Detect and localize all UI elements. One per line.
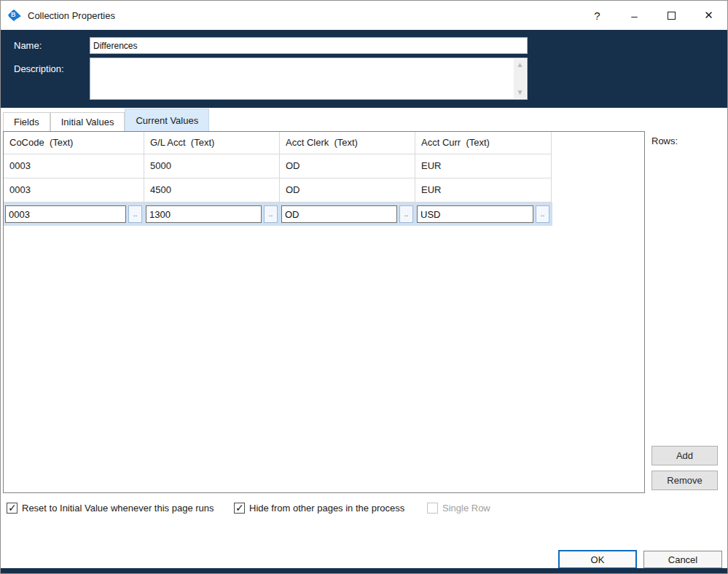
- table-cell[interactable]: EUR: [415, 154, 552, 178]
- tab-fields[interactable]: Fields: [3, 112, 50, 131]
- column-header[interactable]: G/L Acct (Text): [144, 132, 280, 154]
- table-cell[interactable]: 0003: [4, 154, 144, 178]
- column-header[interactable]: Acct Clerk (Text): [280, 132, 415, 154]
- browse-button[interactable]: ..: [264, 205, 278, 223]
- app-logo-icon: B: [9, 9, 21, 22]
- option-reset-to-initial[interactable]: Reset to Initial Value whenever this pag…: [7, 503, 214, 514]
- cancel-button[interactable]: Cancel: [643, 551, 722, 568]
- tab-current-values[interactable]: Current Values: [125, 109, 209, 131]
- option-single-row: Single Row: [427, 503, 490, 514]
- edit-cell-input[interactable]: [417, 205, 533, 223]
- collection-properties-dialog: B Collection Properties ? – ✕ Name: Desc…: [0, 0, 728, 574]
- table-cell[interactable]: 4500: [144, 178, 280, 203]
- rows-label: Rows:: [651, 135, 678, 146]
- browse-button[interactable]: ..: [399, 205, 413, 223]
- edit-cell: ..: [4, 203, 144, 226]
- remove-button[interactable]: Remove: [651, 471, 718, 490]
- option-hide-from-other[interactable]: Hide from other pages in the process: [234, 503, 404, 514]
- scroll-up-icon[interactable]: ▲: [517, 59, 524, 71]
- bottom-accent-strip: [1, 568, 727, 574]
- table-cell[interactable]: OD: [280, 154, 415, 178]
- description-scrollbar[interactable]: ▲ ▼: [514, 59, 526, 98]
- properties-header: Name: Description: ▲ ▼: [1, 30, 727, 108]
- table-edit-row: ........: [4, 203, 552, 226]
- checkbox-icon: [427, 503, 438, 514]
- description-input[interactable]: ▲ ▼: [90, 58, 528, 100]
- checkbox-icon[interactable]: [7, 503, 17, 514]
- browse-button[interactable]: ..: [128, 205, 142, 223]
- ok-button[interactable]: OK: [558, 550, 637, 569]
- values-table: CoCode (Text)G/L Acct (Text)Acct Clerk (…: [3, 131, 645, 493]
- column-header[interactable]: CoCode (Text): [4, 132, 144, 154]
- add-button[interactable]: Add: [651, 446, 718, 465]
- checkbox-icon[interactable]: [234, 503, 245, 514]
- table-row[interactable]: 00035000ODEUR: [4, 154, 644, 178]
- table-header-row: CoCode (Text)G/L Acct (Text)Acct Clerk (…: [4, 132, 644, 154]
- close-icon[interactable]: ✕: [690, 1, 727, 30]
- edit-cell: ..: [415, 203, 552, 226]
- table-cell[interactable]: OD: [280, 178, 415, 203]
- browse-button[interactable]: ..: [536, 205, 549, 223]
- checkbox-label: Hide from other pages in the process: [249, 503, 404, 514]
- table-cell[interactable]: 0003: [4, 178, 144, 203]
- help-icon[interactable]: ?: [579, 1, 616, 30]
- options-row: Reset to Initial Value whenever this pag…: [1, 503, 727, 517]
- window-title: Collection Properties: [28, 10, 115, 21]
- title-bar: B Collection Properties ? – ✕: [1, 1, 727, 30]
- edit-cell-input[interactable]: [5, 205, 126, 223]
- table-row[interactable]: 00034500ODEUR: [4, 178, 644, 203]
- description-label: Description:: [14, 63, 64, 74]
- maximize-icon[interactable]: [653, 1, 690, 30]
- tab-strip: FieldsInitial ValuesCurrent Values: [1, 108, 727, 131]
- column-header-filler: [552, 132, 644, 154]
- edit-cell: ..: [144, 203, 280, 226]
- checkbox-label: Single Row: [442, 503, 490, 514]
- checkbox-label: Reset to Initial Value whenever this pag…: [22, 503, 214, 514]
- name-input[interactable]: [90, 37, 528, 54]
- edit-cell-input[interactable]: [281, 205, 397, 223]
- column-header[interactable]: Acct Curr (Text): [415, 132, 552, 154]
- tab-initial-values[interactable]: Initial Values: [50, 112, 125, 131]
- minimize-icon[interactable]: –: [616, 1, 653, 30]
- edit-cell-input[interactable]: [146, 205, 262, 223]
- edit-cell: ..: [280, 203, 415, 226]
- scroll-down-icon[interactable]: ▼: [517, 87, 524, 98]
- table-cell[interactable]: EUR: [415, 178, 552, 203]
- table-cell[interactable]: 5000: [144, 154, 280, 178]
- name-label: Name:: [14, 40, 42, 51]
